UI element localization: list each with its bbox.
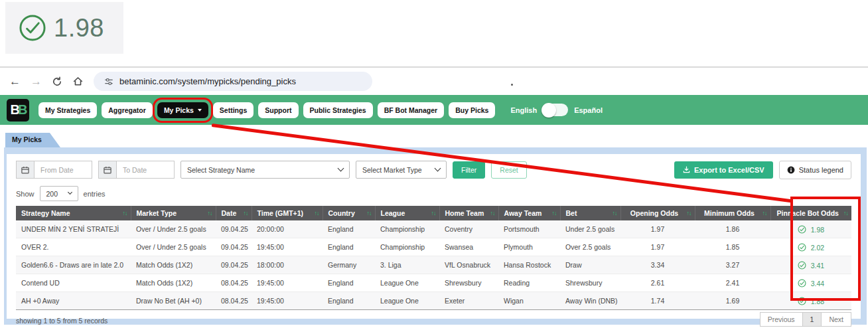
tab-my-picks[interactable]: My Picks	[5, 133, 60, 147]
entries-select[interactable]: 200	[40, 186, 78, 201]
table-row[interactable]: OVER 2.Over / Under 2.5 goals09.04.2519:…	[16, 238, 851, 256]
address-bar[interactable]: betaminic.com/system/mypicks/pending_pic…	[94, 72, 372, 91]
nav-item-aggregator[interactable]: Aggregator	[102, 102, 153, 118]
sort-icon[interactable]: ↑↓	[431, 210, 436, 216]
table-row[interactable]: AH +0 AwayDraw No Bet (AH +0)08.04.2519:…	[16, 292, 851, 310]
cell-time: 19:45:00	[252, 238, 323, 256]
from-date-input[interactable]	[34, 161, 92, 179]
cell-market: Over / Under 2.5 goals	[131, 238, 216, 256]
column-header-time-gmt-1-[interactable]: Time (GMT+1)↑↓	[252, 206, 323, 220]
cell-country: England	[323, 274, 375, 292]
info-icon	[787, 166, 795, 174]
cell-away: Reading	[498, 274, 560, 292]
check-circle-icon	[798, 279, 806, 288]
export-button[interactable]: Export to Excel/CSV	[674, 161, 773, 179]
nav-item-support[interactable]: Support	[258, 102, 298, 118]
filter-button[interactable]: Filter	[453, 161, 485, 179]
sort-icon[interactable]: ↑↓	[490, 210, 495, 216]
cell-home: VfL Osnabruck	[439, 256, 498, 274]
cell-opening: 1.74	[620, 292, 695, 310]
picks-table: Strategy Name↑↓Market Type↑↓Date↑↓Time (…	[16, 206, 851, 310]
toggle-knob[interactable]	[542, 103, 556, 118]
cell-league: 3. Liga	[375, 256, 439, 274]
to-date-input[interactable]	[116, 161, 175, 179]
column-header-bet[interactable]: Bet↑↓	[560, 206, 620, 220]
cell-strategy: Golden6.6 - Draws are in late 2.0	[16, 256, 131, 274]
column-header-label: Away Team	[504, 209, 542, 217]
table-row[interactable]: UNDER MİN 2 YENİ STRATEJİOver / Under 2.…	[16, 220, 851, 238]
cell-pinnacle: 3.44	[770, 274, 851, 292]
column-header-market-type[interactable]: Market Type↑↓	[131, 206, 216, 220]
sort-icon[interactable]: ↑↓	[244, 210, 248, 216]
entries-label: entries	[84, 190, 106, 198]
check-circle-icon	[19, 14, 46, 42]
sort-icon[interactable]: ↑↓	[208, 210, 212, 216]
from-date-group	[16, 161, 92, 179]
cell-country: England	[323, 292, 375, 310]
column-header-league[interactable]: League↑↓	[375, 206, 439, 220]
cell-opening: 1.97	[620, 238, 695, 256]
language-spanish-label[interactable]: Español	[574, 106, 603, 114]
betaminic-logo[interactable]: BB	[7, 99, 29, 122]
column-header-away-team[interactable]: Away Team↑↓	[498, 206, 560, 220]
nav-item-buy-picks[interactable]: Buy Picks	[449, 102, 495, 118]
sort-icon[interactable]: ↑↓	[367, 210, 372, 216]
nav-item-my-picks[interactable]: My Picks	[157, 102, 208, 118]
cell-market: Match Odds (1X2)	[131, 256, 216, 274]
sort-icon[interactable]: ↑↓	[613, 210, 617, 216]
cell-away: Plymouth	[498, 238, 560, 256]
sort-icon[interactable]: ↑↓	[552, 210, 557, 216]
column-header-opening-odds[interactable]: Opening Odds↑↓	[620, 206, 695, 220]
column-header-label: Date	[222, 209, 237, 217]
calendar-icon[interactable]	[16, 161, 34, 179]
cell-country: Germany	[323, 256, 375, 274]
reload-icon[interactable]	[52, 76, 62, 87]
column-header-strategy-name[interactable]: Strategy Name↑↓	[16, 206, 131, 220]
cell-home: Coventry	[439, 220, 498, 238]
calendar-icon[interactable]	[98, 161, 116, 179]
site-settings-icon[interactable]	[104, 77, 113, 86]
nav-items: My StrategiesAggregatorMy PicksSettingsS…	[38, 102, 495, 118]
cell-strategy: OVER 2.	[16, 238, 131, 256]
sort-icon[interactable]: ↑↓	[123, 210, 127, 216]
status-legend-button[interactable]: Status legend	[779, 161, 851, 179]
reset-button[interactable]: Reset	[491, 161, 526, 179]
pinnacle-odds-value: 2.02	[811, 244, 824, 252]
chevron-down-icon	[67, 190, 72, 195]
cell-opening: 3.34	[620, 256, 695, 274]
check-circle-icon	[798, 297, 806, 305]
sort-icon[interactable]: ↑↓	[762, 210, 767, 216]
language-toggle[interactable]	[543, 104, 568, 116]
nav-item-my-strategies[interactable]: My Strategies	[38, 102, 97, 118]
sort-icon[interactable]: ↑↓	[687, 210, 691, 216]
column-header-country[interactable]: Country↑↓	[323, 206, 375, 220]
column-header-minimum-odds[interactable]: Minimum Odds↑↓	[695, 206, 770, 220]
column-header-pinnacle-bot-odds[interactable]: Pinnacle Bot Odds↑↓	[770, 206, 851, 220]
back-icon[interactable]: ←	[9, 76, 21, 87]
nav-item-bf-bot-manager[interactable]: BF Bot Manager	[378, 102, 445, 118]
language-english-label[interactable]: English	[510, 106, 537, 114]
pagination-next[interactable]: Next	[821, 312, 851, 327]
strategy-select[interactable]: Select Strategy Name	[181, 161, 350, 179]
table-row[interactable]: Golden6.6 - Draws are in late 2.0Match O…	[16, 256, 851, 274]
pagination-1[interactable]: 1	[802, 312, 822, 327]
table-row[interactable]: Contend UDMatch Odds (1X2)08.04.2519:45:…	[16, 274, 851, 292]
nav-item-public-strategies[interactable]: Public Strategies	[303, 102, 373, 118]
sort-icon[interactable]: ↑↓	[843, 210, 848, 216]
picks-card: Select Strategy Name Select Market Type …	[7, 154, 861, 319]
download-icon	[683, 166, 690, 173]
column-header-date[interactable]: Date↑↓	[216, 206, 252, 220]
cell-bet: Under 2.5 goals	[560, 220, 620, 238]
nav-item-settings[interactable]: Settings	[213, 102, 253, 118]
cell-minimum: 2.41	[695, 274, 770, 292]
cell-opening: 1.97	[620, 220, 695, 238]
cell-bet: Shrewsbury	[560, 274, 620, 292]
forward-icon[interactable]: →	[31, 76, 42, 87]
sort-icon[interactable]: ↑↓	[315, 210, 319, 216]
home-icon[interactable]	[72, 76, 84, 87]
cell-league: League One	[375, 292, 439, 310]
pagination-previous[interactable]: Previous	[760, 312, 803, 327]
market-type-select[interactable]: Select Market Type	[356, 161, 447, 179]
cell-strategy: Contend UD	[16, 274, 131, 292]
column-header-home-team[interactable]: Home Team↑↓	[439, 206, 498, 220]
